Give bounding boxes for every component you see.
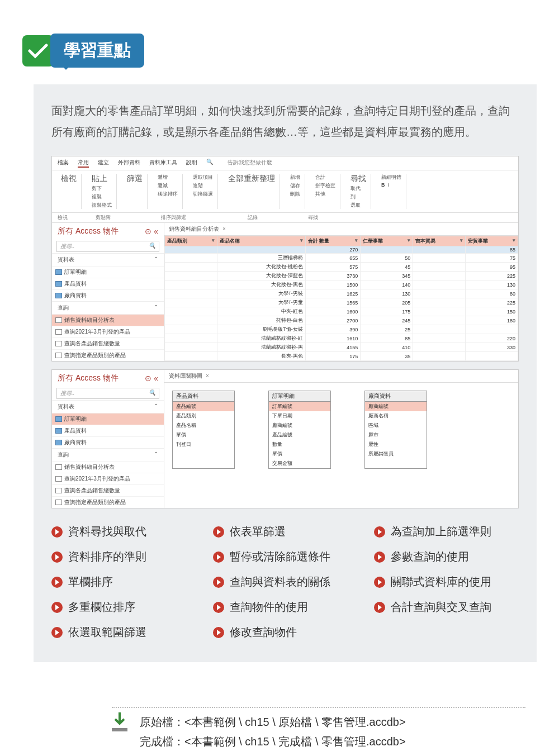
selection-button[interactable]: 選取項目: [193, 174, 213, 181]
cell[interactable]: [165, 334, 217, 343]
cut-button[interactable]: 剪下: [92, 185, 112, 192]
advanced-button[interactable]: 進階: [193, 182, 213, 189]
view-button[interactable]: 檢視: [61, 174, 77, 184]
cell[interactable]: 130: [466, 280, 518, 289]
nav-dropdown-icon[interactable]: ⊙ «: [145, 374, 158, 383]
column-header[interactable]: 吉本貿易▾: [413, 236, 466, 246]
close-tab-icon[interactable]: ×: [206, 373, 209, 379]
spell-button[interactable]: 拼字檢查: [315, 182, 335, 189]
cell[interactable]: 1610: [305, 334, 361, 343]
rel-field[interactable]: 下單日期: [269, 411, 330, 421]
collapse-icon[interactable]: ⌃: [154, 451, 158, 459]
cell[interactable]: [413, 289, 466, 298]
cell[interactable]: [413, 325, 466, 334]
cell[interactable]: [413, 307, 466, 316]
tab-dbtools[interactable]: 資料庫工具: [149, 159, 177, 168]
cell[interactable]: [165, 307, 217, 316]
cell[interactable]: [165, 272, 217, 280]
bold-button[interactable]: B: [381, 182, 385, 188]
cell[interactable]: 245: [361, 316, 413, 325]
cell[interactable]: [413, 246, 466, 254]
cell[interactable]: [413, 254, 466, 263]
cell[interactable]: 130: [361, 289, 413, 298]
rel-field[interactable]: 刊登日: [173, 440, 234, 449]
cell[interactable]: 140: [361, 280, 413, 289]
rel-field-key[interactable]: 廠商編號: [365, 402, 427, 411]
find-button[interactable]: 尋找: [350, 174, 366, 184]
cell[interactable]: [361, 246, 413, 254]
nav-section-tables[interactable]: 資料表: [58, 256, 74, 264]
cell[interactable]: 655: [305, 254, 361, 263]
relationship-canvas[interactable]: 產品資料 產品編號 產品類別產品名稱單價刊登日 訂單明細 訂單編號 下單日期廠商…: [164, 383, 518, 477]
column-header[interactable]: 合計 數量▾: [305, 236, 361, 246]
collapse-icon[interactable]: ⌃: [154, 304, 158, 312]
cell[interactable]: [466, 352, 518, 361]
collapse-icon[interactable]: ⌃: [154, 403, 158, 411]
cell[interactable]: 1500: [305, 280, 361, 289]
tab-help[interactable]: 說明: [186, 159, 197, 168]
cell[interactable]: 575: [305, 263, 361, 272]
cell[interactable]: 托特包-白色: [217, 316, 305, 325]
column-header[interactable]: 仁華事業▾: [361, 236, 413, 246]
cell[interactable]: 345: [361, 272, 413, 280]
cell[interactable]: 2700: [305, 316, 361, 325]
cell[interactable]: [165, 325, 217, 334]
cell[interactable]: 390: [305, 325, 361, 334]
rel-field-key[interactable]: 產品編號: [173, 402, 234, 411]
font-name[interactable]: 新細明體: [381, 174, 401, 181]
nav-item[interactable]: 產品資料: [52, 425, 164, 436]
cell[interactable]: [165, 298, 217, 307]
cell[interactable]: 法蘭絨格紋襯衫-黑: [217, 343, 305, 352]
more-button[interactable]: 其他: [315, 191, 335, 198]
rel-field-key[interactable]: 訂單編號: [269, 402, 330, 411]
cell[interactable]: 180: [466, 316, 518, 325]
cell[interactable]: 刷毛長版T恤-女裝: [217, 325, 305, 334]
tab-home[interactable]: 常用: [78, 159, 89, 168]
paste-button[interactable]: 貼上: [92, 174, 112, 184]
cell[interactable]: [413, 298, 466, 307]
column-header[interactable]: 產品名稱▾: [217, 236, 305, 246]
tell-me[interactable]: 告訴我您想做什麼: [228, 159, 272, 168]
cell[interactable]: 220: [466, 334, 518, 343]
tab-create[interactable]: 建立: [98, 159, 109, 168]
cell[interactable]: [466, 325, 518, 334]
cell[interactable]: [413, 263, 466, 272]
rel-box-orders[interactable]: 訂單明細 訂單編號 下單日期廠商編號產品編號數量單價交易金額: [268, 391, 331, 469]
toggle-filter-button[interactable]: 切換篩選: [193, 191, 213, 198]
cell[interactable]: 45: [361, 263, 413, 272]
cell[interactable]: 1625: [305, 289, 361, 298]
nav-item[interactable]: 查詢指定產品類別的產品: [52, 349, 164, 361]
cell[interactable]: 大化妝包-深藍色: [217, 272, 305, 280]
nav-dropdown-icon[interactable]: ⊙ «: [145, 227, 158, 236]
rel-box-products[interactable]: 產品資料 產品編號 產品類別產品名稱單價刊登日: [172, 391, 235, 469]
cell[interactable]: [217, 246, 305, 254]
copy-button[interactable]: 複製: [92, 193, 112, 201]
nav-item[interactable]: 查詢2021年3月刊登的產品: [52, 473, 164, 484]
cell[interactable]: 大學T-男童: [217, 298, 305, 307]
cell[interactable]: 225: [466, 298, 518, 307]
cell[interactable]: 95: [466, 263, 518, 272]
format-button[interactable]: 複製格式: [92, 202, 112, 209]
cell[interactable]: 410: [361, 343, 413, 352]
cell[interactable]: [165, 343, 217, 352]
rel-field[interactable]: 區域: [365, 421, 427, 430]
cell[interactable]: [413, 272, 466, 280]
cell[interactable]: 225: [466, 272, 518, 280]
cell[interactable]: 法蘭絨格紋襯衫-紅: [217, 334, 305, 343]
cell[interactable]: 85: [361, 334, 413, 343]
nav-item[interactable]: 訂單明細: [52, 413, 164, 425]
cell[interactable]: 50: [361, 254, 413, 263]
new-button[interactable]: 新增: [290, 174, 300, 181]
rel-field[interactable]: 廠商名稱: [365, 411, 427, 421]
cell[interactable]: 1565: [305, 298, 361, 307]
cell[interactable]: 150: [466, 307, 518, 316]
cell[interactable]: 80: [466, 289, 518, 298]
cell[interactable]: 三層樓梯椅: [217, 254, 305, 263]
cell[interactable]: [165, 352, 217, 361]
column-header[interactable]: 產品類別▾: [165, 236, 217, 246]
nav-search[interactable]: 搜尋..🔍: [56, 241, 159, 252]
cell[interactable]: 35: [361, 352, 413, 361]
rel-field[interactable]: 所屬銷售員: [365, 449, 427, 459]
rel-field[interactable]: 單價: [269, 449, 330, 459]
nav-item[interactable]: 銷售資料細目分析表: [52, 314, 164, 326]
